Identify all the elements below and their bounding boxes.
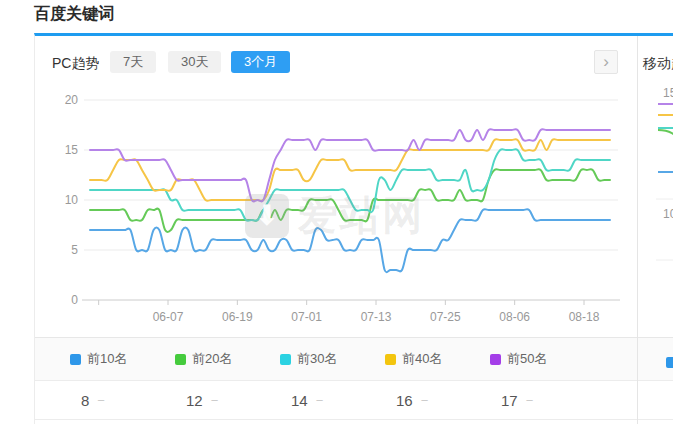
svg-text:07-25: 07-25 [430, 310, 461, 324]
screen: 百度关键词 PC趋势 7天 30天 3个月 › 0510152006-0706-… [0, 0, 673, 424]
legend-label-top40: 前40名 [402, 350, 442, 368]
top50-swatch-icon [490, 354, 501, 365]
trend-dash: − [421, 393, 429, 408]
summary-top20: 12 − [175, 392, 280, 409]
pc-trend-chart: 0510152006-0706-1907-0107-1307-2508-0608… [58, 88, 633, 328]
trend-dash: − [316, 393, 324, 408]
summary-value: 8 [81, 392, 89, 409]
legend-item-top30[interactable]: 前30名 [280, 350, 385, 368]
summary-top30: 14 − [280, 392, 385, 409]
summary-value: 14 [291, 392, 308, 409]
tab-3-months[interactable]: 3个月 [231, 51, 290, 73]
mobile-chart-fragment [650, 98, 673, 268]
legend-item-top20[interactable]: 前20名 [175, 350, 280, 368]
svg-text:06-07: 06-07 [153, 310, 184, 324]
page-title: 百度关键词 [34, 4, 114, 25]
legend-label-top30: 前30名 [297, 350, 337, 368]
top40-swatch-icon [385, 354, 396, 365]
trend-dash: − [97, 393, 105, 408]
tab-7-days[interactable]: 7天 [110, 51, 156, 73]
top20-swatch-icon [175, 354, 186, 365]
svg-text:15: 15 [65, 143, 79, 157]
panel-divider [637, 36, 638, 424]
summary-value: 17 [501, 392, 518, 409]
svg-text:07-01: 07-01 [291, 310, 322, 324]
summary-top10: 8 − [70, 392, 175, 409]
keyword-trend-card: PC趋势 7天 30天 3个月 › 0510152006-0706-1907-0… [34, 33, 673, 424]
legend-item-top40[interactable]: 前40名 [385, 350, 490, 368]
svg-text:07-13: 07-13 [361, 310, 392, 324]
mobile-legend-swatch-icon [666, 357, 673, 368]
summary-value: 16 [396, 392, 413, 409]
trend-dash: − [526, 393, 534, 408]
legend-row: 前10名 前20名 前30名 前40名 前50名 [35, 337, 673, 380]
top10-swatch-icon [70, 354, 81, 365]
svg-text:06-19: 06-19 [222, 310, 253, 324]
svg-text:5: 5 [71, 243, 78, 257]
legend-item-top10[interactable]: 前10名 [70, 350, 175, 368]
top30-swatch-icon [280, 354, 291, 365]
svg-text:08-06: 08-06 [499, 310, 530, 324]
tab-30-days[interactable]: 30天 [168, 51, 221, 73]
svg-text:10: 10 [65, 193, 79, 207]
svg-text:20: 20 [65, 93, 79, 107]
next-panel-button[interactable]: › [594, 50, 618, 74]
summary-top40: 16 − [385, 392, 490, 409]
svg-text:08-18: 08-18 [569, 310, 600, 324]
svg-text:0: 0 [71, 293, 78, 307]
mobile-trend-label: 移动趋势 [643, 55, 673, 73]
legend-label-top10: 前10名 [87, 350, 127, 368]
summary-row: 8 − 12 − 14 − 16 − 17 − [35, 380, 673, 420]
summary-value: 12 [186, 392, 203, 409]
trend-dash: − [211, 393, 219, 408]
pc-trend-label: PC趋势 [52, 55, 99, 73]
summary-top50: 17 − [490, 392, 595, 409]
legend-item-top50[interactable]: 前50名 [490, 350, 595, 368]
chevron-right-icon: › [603, 52, 609, 71]
legend-label-top50: 前50名 [507, 350, 547, 368]
legend-label-top20: 前20名 [192, 350, 232, 368]
